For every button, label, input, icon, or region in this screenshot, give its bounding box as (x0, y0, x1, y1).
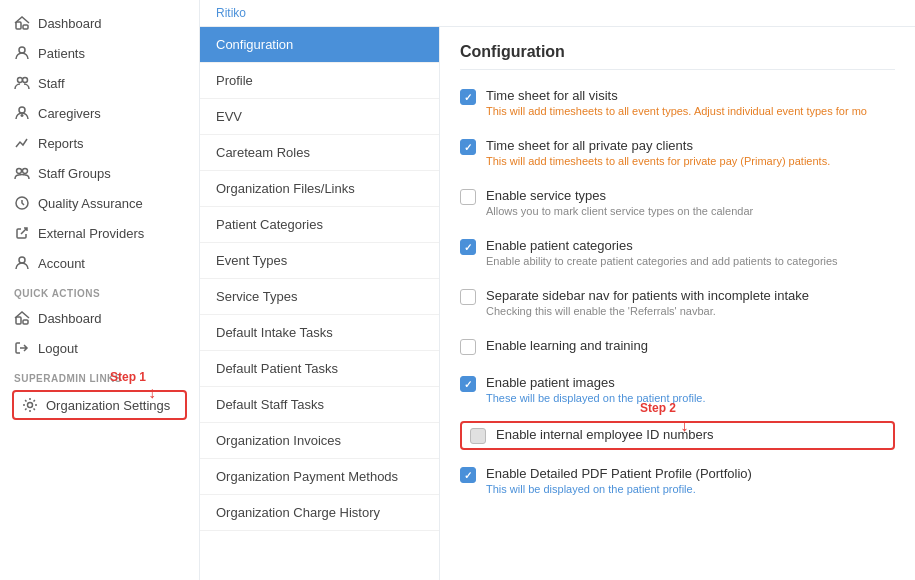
sidebar-item-account[interactable]: Account (0, 248, 199, 278)
config-desc-3: Enable ability to create patient categor… (486, 255, 838, 267)
main-content: Ritiko Configuration Profile EVV Caretea… (200, 0, 915, 580)
sidebar-label: Logout (38, 341, 78, 356)
config-label-4: Separate sidebar nav for patients with i… (486, 288, 809, 303)
sidebar-item-staff[interactable]: Staff (0, 68, 199, 98)
sidebar-item-patients[interactable]: Patients (0, 38, 199, 68)
config-desc-0: This will add timesheets to all event ty… (486, 105, 867, 117)
middle-nav-profile[interactable]: Profile (200, 63, 439, 99)
sidebar-item-external[interactable]: External Providers (0, 218, 199, 248)
sidebar-item-org-settings[interactable]: Organization Settings (12, 390, 187, 420)
middle-nav-default-patient[interactable]: Default Patient Tasks (200, 351, 439, 387)
config-label-6: Enable patient images (486, 375, 706, 390)
checkbox-8[interactable] (460, 467, 476, 483)
middle-nav-event-types[interactable]: Event Types (200, 243, 439, 279)
sidebar-item-staff-groups[interactable]: Staff Groups (0, 158, 199, 188)
checkbox-4[interactable] (460, 289, 476, 305)
person-icon (14, 45, 30, 61)
middle-nav-payment-methods[interactable]: Organization Payment Methods (200, 459, 439, 495)
right-panel: Configuration Time sheet for all visits … (440, 27, 915, 580)
config-desc-4: Checking this will enable the 'Referrals… (486, 305, 716, 317)
svg-rect-0 (16, 22, 21, 29)
checkbox-3[interactable] (460, 239, 476, 255)
svg-rect-10 (16, 317, 21, 324)
sidebar-label: Staff Groups (38, 166, 111, 181)
middle-nav-charge-history[interactable]: Organization Charge History (200, 495, 439, 531)
config-item-0: Time sheet for all visits This will add … (460, 84, 895, 122)
middle-nav-configuration[interactable]: Configuration (200, 27, 439, 63)
svg-point-9 (19, 257, 25, 263)
config-item-3: Enable patient categories Enable ability… (460, 234, 895, 272)
checkbox-2[interactable] (460, 189, 476, 205)
config-item-8: Enable Detailed PDF Patient Profile (Por… (460, 462, 895, 500)
checkbox-1[interactable] (460, 139, 476, 155)
config-item-5: Enable learning and training (460, 334, 895, 359)
middle-nav-service-types[interactable]: Service Types (200, 279, 439, 315)
qa-icon (14, 195, 30, 211)
staff-groups-icon (14, 165, 30, 181)
sidebar-item-qa[interactable]: Quality Assurance (0, 188, 199, 218)
middle-nav-org-files[interactable]: Organization Files/Links (200, 171, 439, 207)
config-label-5: Enable learning and training (486, 338, 648, 353)
content-area: Configuration Profile EVV Careteam Roles… (200, 27, 915, 580)
checkbox-0[interactable] (460, 89, 476, 105)
sidebar-label: Dashboard (38, 16, 102, 31)
sidebar-label: Patients (38, 46, 85, 61)
external-icon (14, 225, 30, 241)
staff-icon (14, 75, 30, 91)
middle-nav-patient-cat[interactable]: Patient Categories (200, 207, 439, 243)
breadcrumb: Ritiko (200, 0, 915, 27)
middle-nav-default-staff[interactable]: Default Staff Tasks (200, 387, 439, 423)
svg-point-6 (17, 169, 22, 174)
config-label-2: Enable service types (486, 188, 753, 203)
step1-arrow: ↓ (148, 384, 156, 402)
gear-icon (22, 397, 38, 413)
sidebar-label: Caregivers (38, 106, 101, 121)
checkbox-6[interactable] (460, 376, 476, 392)
sidebar-label: Dashboard (38, 311, 102, 326)
superadmin-label: Superadmin Links (0, 363, 199, 388)
sidebar-label: Reports (38, 136, 84, 151)
config-label-8: Enable Detailed PDF Patient Profile (Por… (486, 466, 752, 481)
reports-icon (14, 135, 30, 151)
svg-rect-1 (23, 25, 28, 29)
step2-arrow: ↓ (680, 415, 689, 436)
config-item-6: Enable patient images These will be disp… (460, 371, 895, 409)
config-item-7: Enable internal employee ID numbers (460, 421, 895, 450)
panel-title: Configuration (460, 43, 895, 70)
step1-label: Step 1 (110, 370, 146, 384)
sidebar-label: Quality Assurance (38, 196, 143, 211)
step2-label: Step 2 (640, 401, 676, 415)
svg-rect-11 (23, 320, 28, 324)
config-label-3: Enable patient categories (486, 238, 838, 253)
middle-nav-org-invoices[interactable]: Organization Invoices (200, 423, 439, 459)
sidebar-main-nav: Dashboard Patients Staff Caregivers Repo… (0, 8, 199, 278)
config-item-2: Enable service types Allows you to mark … (460, 184, 895, 222)
svg-point-5 (19, 107, 25, 113)
middle-nav-evv[interactable]: EVV (200, 99, 439, 135)
config-item-4: Separate sidebar nav for patients with i… (460, 284, 895, 322)
svg-point-2 (19, 47, 25, 53)
checkbox-5[interactable] (460, 339, 476, 355)
logout-icon (14, 340, 30, 356)
sidebar-item-logout[interactable]: Logout (0, 333, 199, 363)
middle-nav-careteam[interactable]: Careteam Roles (200, 135, 439, 171)
sidebar-label: Staff (38, 76, 65, 91)
checkbox-7[interactable] (470, 428, 486, 444)
svg-point-4 (23, 78, 28, 83)
quick-actions-label: Quick Actions (0, 278, 199, 303)
config-desc-2: Allows you to mark client service types … (486, 205, 753, 217)
sidebar: Dashboard Patients Staff Caregivers Repo… (0, 0, 200, 580)
sidebar-item-reports[interactable]: Reports (0, 128, 199, 158)
home-icon (14, 15, 30, 31)
config-desc-1: This will add timesheets to all events f… (486, 155, 830, 167)
config-item-1: Time sheet for all private pay clients T… (460, 134, 895, 172)
breadcrumb-text: Ritiko (216, 6, 246, 20)
config-label-1: Time sheet for all private pay clients (486, 138, 830, 153)
config-label-0: Time sheet for all visits (486, 88, 867, 103)
sidebar-item-caregivers[interactable]: Caregivers (0, 98, 199, 128)
sidebar-item-dashboard[interactable]: Dashboard (0, 8, 199, 38)
step1-container: Step 1 ↓ Organization Settings (0, 388, 199, 422)
middle-nav-default-intake[interactable]: Default Intake Tasks (200, 315, 439, 351)
sidebar-label: External Providers (38, 226, 144, 241)
sidebar-item-qa-dashboard[interactable]: Dashboard (0, 303, 199, 333)
